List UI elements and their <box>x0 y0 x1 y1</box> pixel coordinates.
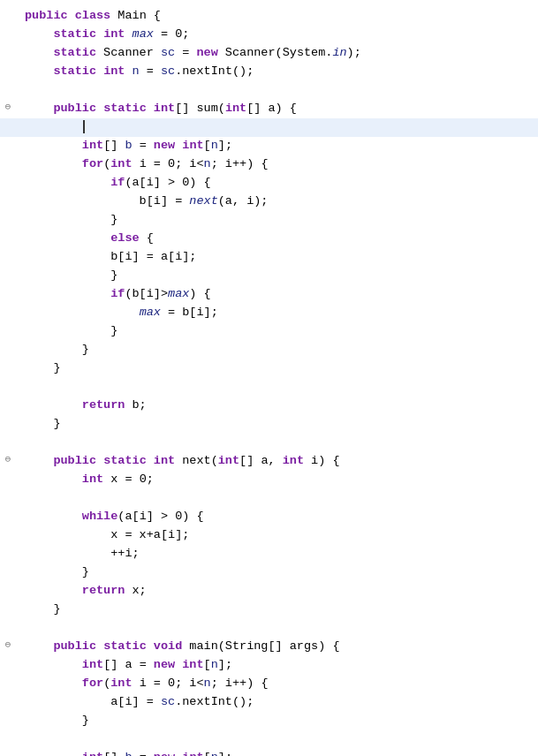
code-line-3: static Scanner sc = new Scanner(System.i… <box>0 44 538 63</box>
collapse-icon-35[interactable]: ⊖ <box>5 638 11 653</box>
code-line-8: int[] b = new int[n]; <box>0 137 538 155</box>
line-content-13: else { <box>19 230 538 248</box>
code-line-38: a[i] = sc.nextInt(); <box>0 693 538 712</box>
code-line-18: } <box>0 322 538 341</box>
line-content-39: } <box>19 712 538 730</box>
code-line-11: b[i] = next(a, i); <box>0 193 538 211</box>
line-content-41: int[] b = new int[n]; <box>19 749 538 756</box>
code-line-41: int[] b = new int[n]; <box>0 749 538 756</box>
code-line-36: int[] a = new int[n]; <box>0 656 538 675</box>
line-content-8: int[] b = new int[n]; <box>19 137 538 155</box>
code-line-27 <box>0 489 538 508</box>
code-line-6: ⊖ public static int[] sum(int[] a) { <box>0 100 538 118</box>
code-line-40 <box>0 730 538 749</box>
code-line-20: } <box>0 359 538 378</box>
line-content-17: max = b[i]; <box>19 304 538 322</box>
line-content-4: static int n = sc.nextInt(); <box>19 63 538 81</box>
line-content-1: public class Main { <box>19 7 538 26</box>
text-cursor <box>83 120 85 133</box>
line-content-30: ++i; <box>19 545 538 563</box>
code-line-21 <box>0 378 538 397</box>
code-line-26: int x = 0; <box>0 471 538 489</box>
code-line-7 <box>0 118 538 137</box>
line-content-26: int x = 0; <box>19 471 538 489</box>
line-content-10: if(a[i] > 0) { <box>19 174 538 193</box>
line-content-6: public static int[] sum(int[] a) { <box>19 100 538 118</box>
line-content-15: } <box>19 267 538 285</box>
line-content-35: public static void main(String[] args) { <box>19 638 538 656</box>
line-content-19: } <box>19 341 538 359</box>
code-line-16: if(b[i]>max) { <box>0 285 538 304</box>
line-content-14: b[i] = a[i]; <box>19 248 538 267</box>
code-line-29: x = x+a[i]; <box>0 526 538 545</box>
code-line-1: public class Main { <box>0 7 538 26</box>
code-line-32: return x; <box>0 582 538 601</box>
code-line-34 <box>0 619 538 638</box>
line-content-22: return b; <box>19 397 538 415</box>
line-content-28: while(a[i] > 0) { <box>19 508 538 526</box>
line-content-18: } <box>19 322 538 341</box>
code-line-23: } <box>0 415 538 434</box>
line-content-9: for(int i = 0; i<n; i++) { <box>19 155 538 174</box>
collapse-icon-6[interactable]: ⊖ <box>5 100 11 115</box>
code-line-17: max = b[i]; <box>0 304 538 322</box>
code-line-14: b[i] = a[i]; <box>0 248 538 267</box>
code-line-37: for(int i = 0; i<n; i++) { <box>0 675 538 693</box>
code-line-10: if(a[i] > 0) { <box>0 174 538 193</box>
code-line-35: ⊖ public static void main(String[] args)… <box>0 638 538 656</box>
line-content-25: public static int next(int[] a, int i) { <box>19 452 538 471</box>
code-line-25: ⊖ public static int next(int[] a, int i)… <box>0 452 538 471</box>
line-content-2: static int max = 0; <box>19 26 538 44</box>
code-editor: public class Main { static int max = 0; … <box>0 0 538 756</box>
code-line-2: static int max = 0; <box>0 26 538 44</box>
line-content-31: } <box>19 563 538 582</box>
code-line-12: } <box>0 211 538 230</box>
collapse-icon-25[interactable]: ⊖ <box>5 452 11 467</box>
line-content-32: return x; <box>19 582 538 601</box>
line-content-38: a[i] = sc.nextInt(); <box>19 693 538 712</box>
code-line-24 <box>0 434 538 452</box>
code-line-5 <box>0 81 538 100</box>
gutter-25: ⊖ <box>0 452 19 467</box>
code-line-31: } <box>0 563 538 582</box>
code-line-15: } <box>0 267 538 285</box>
line-content-7 <box>19 118 538 137</box>
line-content-11: b[i] = next(a, i); <box>19 193 538 211</box>
code-line-30: ++i; <box>0 545 538 563</box>
gutter-6: ⊖ <box>0 100 19 115</box>
line-content-23: } <box>19 415 538 434</box>
code-line-4: static int n = sc.nextInt(); <box>0 63 538 81</box>
line-content-12: } <box>19 211 538 230</box>
code-line-33: } <box>0 601 538 619</box>
code-line-39: } <box>0 712 538 730</box>
line-content-33: } <box>19 601 538 619</box>
line-content-36: int[] a = new int[n]; <box>19 656 538 675</box>
line-content-29: x = x+a[i]; <box>19 526 538 545</box>
line-content-20: } <box>19 359 538 378</box>
code-line-22: return b; <box>0 397 538 415</box>
line-content-16: if(b[i]>max) { <box>19 285 538 304</box>
gutter-35: ⊖ <box>0 638 19 653</box>
line-content-37: for(int i = 0; i<n; i++) { <box>19 675 538 693</box>
code-line-28: while(a[i] > 0) { <box>0 508 538 526</box>
code-line-13: else { <box>0 230 538 248</box>
code-line-19: } <box>0 341 538 359</box>
code-line-9: for(int i = 0; i<n; i++) { <box>0 155 538 174</box>
line-content-3: static Scanner sc = new Scanner(System.i… <box>19 44 538 63</box>
